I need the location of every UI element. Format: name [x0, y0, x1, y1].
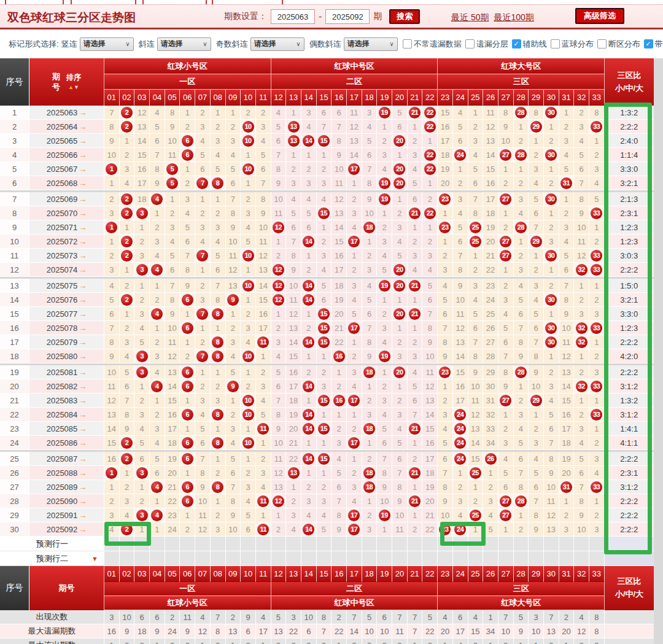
checkbox-icon[interactable]	[403, 39, 412, 48]
omission-cell: 16	[483, 176, 498, 190]
ball-number-header: 21	[408, 90, 423, 106]
prediction-cell[interactable]	[529, 551, 544, 566]
prediction-cell[interactable]	[241, 551, 256, 566]
prediction-row-label[interactable]: 预测行一	[0, 537, 104, 551]
red-ball: 18	[363, 222, 375, 233]
prediction-cell[interactable]	[195, 537, 211, 551]
select-2-dropdown[interactable]: 请选择∨	[250, 37, 304, 51]
filter-checkbox-2[interactable]: ✓ 辅助线	[512, 39, 547, 50]
filter-checkbox-4[interactable]: 断区分布	[597, 39, 640, 50]
prediction-cell[interactable]	[150, 551, 165, 566]
red-ball: 16	[333, 351, 345, 362]
sort-asc-icon[interactable]: ▲	[68, 84, 74, 90]
sort-desc-icon[interactable]: ▼	[74, 84, 79, 90]
filter-checkbox-0[interactable]: 不常遗漏数据	[403, 39, 462, 50]
prediction-cell[interactable]	[453, 551, 468, 566]
prediction-cell[interactable]	[332, 551, 347, 566]
checkbox-icon[interactable]	[597, 39, 607, 48]
checkbox-icon[interactable]	[551, 39, 560, 48]
filter-checkbox-5[interactable]: ✓ 带折线	[644, 39, 663, 50]
prediction-cell[interactable]	[226, 551, 241, 566]
recent-100-link[interactable]: 最近100期	[494, 12, 533, 23]
prediction-cell[interactable]	[271, 537, 287, 551]
prediction-cell[interactable]	[483, 551, 498, 566]
recent-50-link[interactable]: 最近 50期	[451, 12, 489, 23]
filter-checkbox-3[interactable]: 蓝球分布	[551, 39, 594, 50]
omission-cell: 4	[559, 235, 575, 249]
prediction-cell[interactable]	[256, 537, 271, 551]
prediction-cell[interactable]	[438, 551, 453, 566]
sort-control[interactable]: 排序▲▼	[66, 73, 81, 91]
omission-cell: 14	[468, 436, 484, 450]
prediction-cell[interactable]	[408, 551, 423, 566]
prediction-cell[interactable]	[362, 537, 378, 551]
prediction-cell[interactable]	[574, 551, 589, 566]
prediction-cell[interactable]	[362, 551, 378, 566]
prediction-cell[interactable]	[544, 551, 559, 566]
select-3-dropdown[interactable]: 请选择∨	[344, 37, 398, 51]
prediction-cell[interactable]	[392, 537, 408, 551]
prediction-cell[interactable]	[377, 537, 392, 551]
ball-number-header: 30	[544, 566, 559, 582]
prediction-cell[interactable]	[301, 551, 317, 566]
prediction-cell[interactable]	[195, 551, 211, 566]
prediction-cell[interactable]	[150, 537, 165, 551]
stats-value: 16	[104, 624, 120, 638]
prediction-cell[interactable]	[301, 537, 317, 551]
prediction-cell[interactable]	[514, 537, 529, 551]
triangle-down-icon[interactable]: ▼	[91, 555, 98, 562]
select-1-dropdown[interactable]: 请选择∨	[157, 37, 211, 51]
prediction-cell[interactable]	[422, 537, 438, 551]
prediction-cell[interactable]	[392, 551, 408, 566]
prediction-row-label[interactable]: 预测行二▼	[0, 551, 104, 566]
omission-cell: 9	[438, 494, 453, 508]
period-to-input[interactable]	[325, 9, 370, 24]
red-ball: 28	[515, 495, 527, 507]
prediction-cell[interactable]	[256, 551, 271, 566]
prediction-cell[interactable]	[180, 537, 195, 551]
prediction-cell[interactable]	[286, 537, 301, 551]
prediction-cell[interactable]	[468, 551, 484, 566]
prediction-cell[interactable]	[165, 551, 180, 566]
checkbox-icon[interactable]	[465, 39, 475, 48]
prediction-cell[interactable]	[559, 537, 575, 551]
prediction-cell[interactable]	[589, 551, 605, 566]
prediction-cell[interactable]	[317, 551, 332, 566]
prediction-cell[interactable]	[286, 551, 301, 566]
prediction-cell[interactable]	[529, 537, 544, 551]
prediction-cell[interactable]	[226, 537, 241, 551]
prediction-cell[interactable]	[422, 551, 438, 566]
filter-checkbox-1[interactable]: 遗漏分层	[465, 39, 508, 50]
prediction-cell[interactable]	[134, 551, 150, 566]
prediction-cell[interactable]	[211, 537, 226, 551]
prediction-cell[interactable]	[408, 537, 423, 551]
prediction-cell[interactable]	[104, 551, 120, 566]
drawn-ball-cell: 2	[120, 106, 135, 120]
prediction-cell[interactable]	[498, 537, 514, 551]
prediction-cell[interactable]	[574, 537, 589, 551]
period-from-input[interactable]	[271, 9, 315, 24]
prediction-cell[interactable]	[271, 551, 287, 566]
checkbox-icon[interactable]: ✓	[644, 39, 653, 48]
advanced-filter-button[interactable]: 高级筛选	[575, 8, 624, 24]
prediction-cell[interactable]	[347, 551, 362, 566]
prediction-cell[interactable]	[165, 537, 180, 551]
prediction-cell[interactable]	[559, 551, 575, 566]
prediction-cell[interactable]	[317, 537, 332, 551]
prediction-cell[interactable]	[589, 537, 605, 551]
prediction-cell[interactable]	[211, 551, 226, 566]
stats-value: 4	[453, 638, 468, 644]
omission-cell: 4	[317, 263, 332, 277]
prediction-cell[interactable]	[514, 551, 529, 566]
checkbox-icon[interactable]: ✓	[512, 39, 521, 48]
prediction-cell[interactable]	[120, 551, 135, 566]
prediction-cell[interactable]	[377, 551, 392, 566]
prediction-cell[interactable]	[241, 537, 256, 551]
select-0-dropdown[interactable]: 请选择∨	[80, 37, 134, 51]
prediction-cell[interactable]	[332, 537, 347, 551]
prediction-cell[interactable]	[544, 537, 559, 551]
prediction-cell[interactable]	[180, 551, 195, 566]
search-button[interactable]: 搜索	[389, 9, 420, 24]
prediction-cell[interactable]	[347, 537, 362, 551]
prediction-cell[interactable]	[498, 551, 514, 566]
